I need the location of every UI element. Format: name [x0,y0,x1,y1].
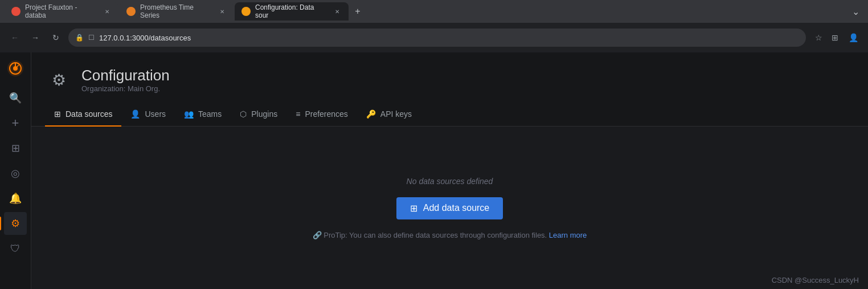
sidebar-item-new[interactable]: + [4,112,27,135]
tab-teams-label: Teams [198,109,222,119]
grafana-logo[interactable] [4,57,27,80]
tab-plugins-label: Plugins [251,109,277,119]
tab-api-keys-label: API keys [380,109,412,119]
shield-icon: 🛡 [10,243,21,255]
tab-prometheus[interactable]: Prometheus Time Series ✕ [120,2,234,21]
users-icon: 👤 [130,109,140,119]
bookmark-button[interactable]: ☆ [815,33,822,42]
data-sources-icon: ⊞ [54,109,61,119]
tab-fauxton-label: Project Fauxton - databa [25,3,96,19]
grafana-logo-svg [6,59,24,78]
tab-data-sources-label: Data sources [65,109,112,119]
tab-plugins[interactable]: ⬡ Plugins [231,103,286,127]
sidebar-item-alerting[interactable]: 🔔 [4,187,27,210]
protip: 🔗 ProTip: You can also define data sourc… [313,231,587,239]
add-btn-label: Add data source [423,203,490,213]
footer-watermark: CSDN @Success_LuckyH [772,276,859,284]
tab-preferences-label: Preferences [305,109,347,119]
tab-data-sources[interactable]: ⊞ Data sources [45,103,121,127]
profile-button[interactable]: 👤 [845,30,861,46]
extensions-button[interactable]: ⊞ [827,30,843,46]
extensions-area: ⊞ 👤 [827,30,861,46]
tab-fauxton[interactable]: Project Fauxton - databa ✕ [5,2,118,21]
explore-icon: ◎ [11,167,20,180]
empty-message: No data sources defined [407,177,493,186]
plus-icon: + [12,116,19,131]
page-subtitle: Organization: Main Org. [81,84,170,93]
security-icon: 🔒 [75,34,84,42]
tab-config-label: Configuration: Data sour [255,3,326,19]
page-header-icon: ⚙ [45,66,72,93]
sidebar-item-dashboards[interactable]: ⊞ [4,137,27,160]
add-btn-icon: ⊞ [410,203,417,214]
tab-users[interactable]: 👤 Users [121,103,175,127]
browser-chrome: Project Fauxton - databa ✕ Prometheus Ti… [0,0,868,52]
content-area: No data sources defined ⊞ Add data sourc… [31,127,868,289]
add-data-source-button[interactable]: ⊞ Add data source [396,197,503,219]
new-tab-button[interactable]: + [350,3,366,19]
tab-users-label: Users [145,109,166,119]
back-button[interactable]: ← [7,30,23,46]
fauxton-favicon [11,7,21,16]
sidebar-item-admin[interactable]: 🛡 [4,237,27,260]
tab-overflow-button[interactable]: ⌄ [847,3,863,19]
tab-prometheus-label: Prometheus Time Series [140,3,211,19]
sidebar-item-explore[interactable]: ◎ [4,162,27,185]
page-header: ⚙ Configuration Organization: Main Org. [31,52,868,93]
teams-icon: 👥 [184,109,194,119]
config-gear-icon: ⚙ [52,71,66,89]
gear-icon: ⚙ [11,217,20,230]
protip-text: ProTip: You can also define data sources… [324,231,547,239]
page-title: Configuration [81,67,170,84]
page-icon: ☐ [88,34,95,42]
tab-config[interactable]: Configuration: Data sour ✕ [235,2,349,21]
search-icon: 🔍 [9,92,22,104]
prometheus-favicon [126,7,136,16]
url-bar[interactable]: 🔒 ☐ 127.0.0.1:3000/datasources [68,29,806,47]
main-content: ⚙ Configuration Organization: Main Org. … [31,52,868,289]
forward-button[interactable]: → [27,30,43,46]
protip-icon: 🔗 [313,231,322,239]
tab-fauxton-close[interactable]: ✕ [103,7,112,16]
page-header-text: Configuration Organization: Main Org. [81,67,170,93]
tab-teams[interactable]: 👥 Teams [175,103,231,127]
app-layout: 🔍 + ⊞ ◎ 🔔 ⚙ 🛡 ⚙ Configuration O [0,52,868,289]
config-tabs: ⊞ Data sources 👤 Users 👥 Teams ⬡ Plugins… [31,103,868,127]
plugins-icon: ⬡ [240,109,247,119]
dashboards-icon: ⊞ [11,142,20,154]
preferences-icon: ≡ [296,109,300,119]
sidebar-item-search[interactable]: 🔍 [4,87,27,109]
learn-more-link[interactable]: Learn more [549,231,587,239]
tab-prometheus-close[interactable]: ✕ [218,7,227,16]
tab-api-keys[interactable]: 🔑 API keys [357,103,421,127]
sidebar-item-configuration[interactable]: ⚙ [4,212,27,235]
bell-icon: 🔔 [9,192,22,205]
tab-config-close[interactable]: ✕ [333,7,342,16]
reload-button[interactable]: ↻ [48,30,64,46]
tab-bar: Project Fauxton - databa ✕ Prometheus Ti… [0,0,868,23]
url-text: 127.0.0.1:3000/datasources [99,34,799,42]
api-keys-icon: 🔑 [366,109,376,119]
sidebar: 🔍 + ⊞ ◎ 🔔 ⚙ 🛡 [0,52,31,289]
address-bar: ← → ↻ 🔒 ☐ 127.0.0.1:3000/datasources ☆ ⊞… [0,23,868,52]
tab-preferences[interactable]: ≡ Preferences [286,103,357,127]
config-favicon [241,7,251,16]
